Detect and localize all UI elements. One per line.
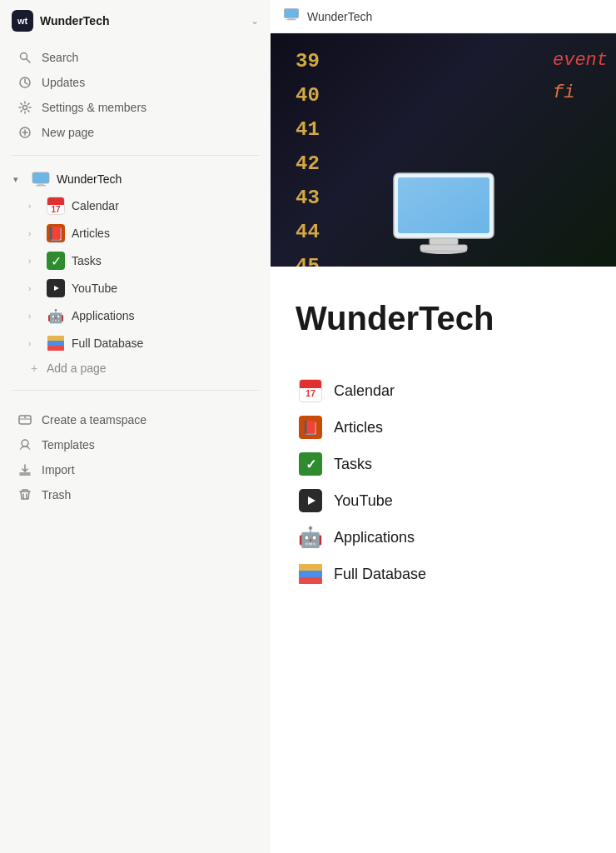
sidebar-item-applications-label: Applications: [72, 309, 135, 322]
applications-icon: 🤖: [47, 307, 65, 325]
sidebar-item-new-page-label: New page: [42, 126, 94, 139]
expand-arrow-articles-icon: ›: [28, 229, 40, 238]
sidebar-item-updates-label: Updates: [42, 76, 85, 89]
calendar-icon: 17: [47, 197, 65, 215]
cover-line-numbers: 39 40 41 42 43 44 45 46: [296, 50, 320, 267]
page-tasks-icon: ✓: [299, 452, 322, 476]
breadcrumb: WunderTech: [307, 10, 372, 23]
page-calendar-icon: 17: [299, 379, 322, 402]
sidebar-item-calendar[interactable]: › 17 Calendar: [5, 192, 266, 219]
sidebar-item-applications[interactable]: › 🤖 Applications: [5, 302, 266, 329]
sidebar-item-trash-label: Trash: [42, 488, 71, 501]
sidebar-item-settings-label: Settings & members: [42, 101, 147, 114]
trash-icon: [17, 488, 33, 501]
full-database-icon: [47, 334, 65, 352]
page-link-calendar[interactable]: 17 Calendar: [296, 374, 591, 407]
header-monitor-icon: [284, 8, 299, 24]
search-icon: [17, 51, 33, 64]
sidebar-item-updates[interactable]: Updates: [5, 71, 266, 94]
keyword-fi: fi: [553, 82, 608, 103]
line-43: 43: [296, 187, 320, 209]
page-fulldb-icon: [299, 562, 322, 586]
sidebar-item-youtube-label: YouTube: [72, 282, 117, 295]
svg-rect-7: [32, 172, 49, 183]
page-title-area: WunderTech: [271, 267, 616, 374]
add-page-button[interactable]: + Add a page: [5, 357, 266, 379]
workspace-logo: wt: [12, 10, 33, 32]
svg-point-18: [22, 440, 28, 446]
svg-rect-9: [36, 185, 46, 187]
expand-arrow-applications-icon: ›: [28, 312, 40, 321]
sidebar-item-create-teamspace[interactable]: Create a teamspace: [5, 408, 266, 431]
templates-icon: [17, 438, 33, 451]
main-content: WunderTech 39 40 41 42 43 44 45 46 event…: [271, 0, 616, 853]
line-39: 39: [296, 50, 320, 72]
sidebar-top-menu: Search Updates Settings & members: [0, 42, 271, 148]
page-tasks-label: Tasks: [334, 456, 372, 473]
monitor-icon-small: [30, 171, 52, 187]
sidebar-item-trash[interactable]: Trash: [5, 483, 266, 506]
svg-rect-33: [299, 577, 322, 584]
svg-rect-19: [285, 9, 299, 18]
line-42: 42: [296, 152, 320, 175]
sidebar-item-articles[interactable]: › 📕 Articles: [5, 220, 266, 247]
keyword-event: event: [553, 50, 608, 71]
monitor-illustration: [390, 172, 498, 258]
page-link-tasks[interactable]: ✓ Tasks: [296, 447, 591, 481]
svg-rect-21: [286, 19, 296, 20]
page-links-list: 17 Calendar 📕 Articles ✓ Tasks: [271, 374, 616, 616]
page-youtube-icon: [299, 489, 322, 512]
sidebar-item-fulldb-label: Full Database: [72, 337, 143, 350]
page-link-full-database[interactable]: Full Database: [296, 557, 591, 591]
page-link-youtube[interactable]: YouTube: [296, 484, 591, 517]
sidebar-item-articles-label: Articles: [72, 227, 110, 240]
workspace-expand-button[interactable]: ▾ WunderTech: [5, 167, 266, 192]
svg-rect-25: [430, 238, 458, 245]
sidebar-divider: [12, 155, 259, 156]
sidebar-item-calendar-label: Calendar: [72, 199, 119, 212]
cover-image: 39 40 41 42 43 44 45 46 event fi: [271, 33, 616, 267]
gear-icon: [17, 101, 33, 114]
svg-point-3: [23, 106, 27, 110]
sidebar-item-youtube[interactable]: › YouTube: [5, 275, 266, 302]
sidebar-item-settings[interactable]: Settings & members: [5, 96, 266, 119]
expand-arrow-tasks-icon: ›: [28, 257, 40, 266]
sidebar-item-search[interactable]: Search: [5, 46, 266, 69]
sidebar-item-new-page[interactable]: New page: [5, 121, 266, 144]
page-applications-icon: 🤖: [299, 526, 322, 549]
page-link-articles[interactable]: 📕 Articles: [296, 411, 591, 444]
collapse-arrow-icon: ▾: [13, 174, 25, 185]
line-40: 40: [296, 84, 320, 107]
page-applications-label: Applications: [334, 529, 415, 546]
add-page-label: Add a page: [47, 362, 107, 375]
sidebar-divider-bottom: [12, 390, 259, 391]
sidebar-item-import[interactable]: Import: [5, 458, 266, 481]
svg-rect-12: [47, 336, 64, 341]
plus-icon: +: [28, 362, 40, 375]
clock-icon: [17, 76, 33, 89]
cover-keywords: event fi: [553, 50, 608, 103]
sidebar-bottom-menu: Create a teamspace Templates: [0, 407, 271, 507]
import-icon: [17, 463, 33, 476]
main-header: WunderTech: [271, 0, 616, 33]
svg-rect-24: [398, 177, 489, 233]
svg-line-1: [27, 59, 31, 63]
sidebar-item-full-database[interactable]: › Full Database: [5, 330, 266, 357]
plus-circle-icon: [17, 126, 33, 139]
workspace-title: WunderTech: [40, 14, 244, 27]
page-articles-icon: 📕: [299, 416, 322, 439]
sidebar-item-templates[interactable]: Templates: [5, 433, 266, 456]
sidebar-item-create-teamspace-label: Create a teamspace: [42, 413, 147, 426]
sidebar: wt WunderTech ⌄ Search Updates: [0, 0, 271, 853]
line-41: 41: [296, 118, 320, 141]
sidebar-item-tasks-label: Tasks: [72, 254, 102, 267]
page-link-applications[interactable]: 🤖 Applications: [296, 521, 591, 554]
workspace-name: WunderTech: [57, 172, 122, 186]
sidebar-item-search-label: Search: [42, 51, 78, 64]
sidebar-item-tasks[interactable]: › ✓ Tasks: [5, 247, 266, 274]
svg-rect-32: [299, 571, 322, 577]
workspace-header-button[interactable]: wt WunderTech ⌄: [0, 0, 271, 42]
expand-arrow-youtube-icon: ›: [28, 284, 40, 293]
tasks-icon: ✓: [47, 252, 65, 270]
expand-arrow-fulldb-icon: ›: [28, 339, 40, 348]
